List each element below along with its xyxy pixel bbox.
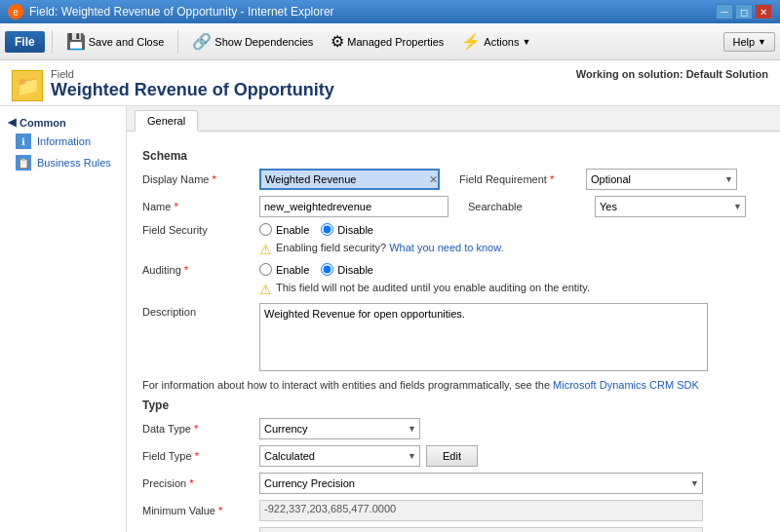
schema-header: Schema [142,149,764,163]
tab-general[interactable]: General [135,110,198,132]
page-subtitle: Field [51,68,334,80]
toolbar-separator [52,30,53,54]
searchable-label: Searchable [468,201,595,212]
auditing-radio-group: Enable Disable [259,263,373,276]
description-textarea[interactable]: Weighted Revenue for open opportunities. [259,303,708,371]
req-marker-7: * [189,477,193,489]
field-type-select[interactable]: Calculated [259,445,420,467]
help-label: Help [732,36,755,48]
auditing-enable-option[interactable]: Enable [259,263,309,276]
tab-container: General Schema Display Name * ✕ [127,106,780,532]
minimum-value-label: Minimum Value * [142,505,259,516]
auditing-label: Auditing * [142,264,259,276]
field-requirement-select-wrapper: Optional [586,169,737,190]
auditing-row: Auditing * Enable Disable [142,263,764,276]
save-icon: 💾 [66,32,86,51]
save-and-close-button[interactable]: 💾 Save and Close [59,28,172,55]
folder-icon: 📁 [12,70,43,101]
window-controls[interactable]: ─ ◻ ✕ [716,4,772,19]
info-text: For information about how to interact wi… [142,379,699,391]
sidebar-item-information[interactable]: ℹ Information [0,131,126,152]
form-content: Schema Display Name * ✕ Field Requiremen… [127,132,780,532]
save-and-close-label: Save and Close [89,36,165,48]
field-security-label: Field Security [142,224,259,236]
display-name-clear-button[interactable]: ✕ [429,173,438,186]
req-marker-2: * [550,173,554,185]
data-type-row: Data Type * Currency [142,418,764,439]
show-dependencies-button[interactable]: 🔗 Show Dependencies [185,28,320,55]
field-security-disable-radio[interactable] [321,223,333,236]
dependencies-icon: 🔗 [192,32,212,51]
data-type-select-wrapper: Currency [259,418,420,439]
disable-label: Disable [337,224,373,236]
file-button[interactable]: File [5,31,45,53]
common-label: Common [20,117,66,129]
toolbar: File 💾 Save and Close 🔗 Show Dependencie… [0,23,780,60]
req-marker-3: * [174,201,177,212]
info-row: For information about how to interact wi… [142,379,764,391]
business-rules-label: Business Rules [37,157,111,169]
precision-row: Precision * Currency Precision [142,473,764,494]
field-security-disable-option[interactable]: Disable [321,223,373,236]
sdk-link[interactable]: Microsoft Dynamics CRM SDK [553,379,699,391]
data-type-select[interactable]: Currency [259,418,420,439]
close-button[interactable]: ✕ [755,4,772,19]
sidebar: ◀ Common ℹ Information 📋 Business Rules [0,106,127,532]
main-container: 📁 Field Weighted Revenue of Opportunity … [0,60,780,532]
field-requirement-select[interactable]: Optional [586,169,737,190]
display-name-input[interactable] [259,169,440,190]
enable-label: Enable [276,224,309,236]
field-security-enable-radio[interactable] [259,223,272,236]
page-title: Weighted Revenue of Opportunity [51,80,334,100]
information-icon: ℹ [16,133,31,149]
actions-dropdown-icon: ▼ [522,37,530,47]
field-security-row: Field Security Enable Disable [142,223,764,236]
name-input[interactable] [259,196,448,217]
field-security-link[interactable]: What you need to know. [389,242,503,253]
required-marker: * [213,173,216,185]
auditing-disable-radio[interactable] [321,263,333,276]
show-dependencies-label: Show Dependencies [214,36,313,48]
help-dropdown-icon: ▼ [758,37,766,47]
auditing-disable-option[interactable]: Disable [321,263,373,276]
warning-icon-1: ⚠ [259,242,272,257]
precision-label: Precision * [142,477,259,489]
precision-select[interactable]: Currency Precision [259,473,703,494]
tabs-bar: General [127,106,780,132]
collapse-icon: ◀ [8,116,16,129]
actions-label: Actions [484,36,519,48]
field-security-enable-option[interactable]: Enable [259,223,309,236]
field-security-warning: ⚠ Enabling field security? What you need… [142,242,764,257]
information-label: Information [37,135,91,147]
sidebar-item-business-rules[interactable]: 📋 Business Rules [0,152,126,173]
window-title: Field: Weighted Revenue of Opportunity -… [29,5,334,19]
maximum-value-row: Maximum Value * 922,337,203,685,477.0000 [142,527,764,532]
auditing-enable-radio[interactable] [259,263,272,276]
req-marker-4: * [184,264,188,276]
ie-icon: e [8,4,23,19]
minimize-button[interactable]: ─ [716,4,733,19]
searchable-select[interactable]: Yes [595,196,746,217]
restore-button[interactable]: ◻ [735,4,753,19]
type-header: Type [142,399,764,412]
auditing-enable-label: Enable [276,264,309,276]
req-marker-5: * [194,423,198,435]
searchable-select-wrapper: Yes [595,196,746,217]
minimum-value-row: Minimum Value * -922,337,203,685,477.000… [142,500,764,521]
business-rules-icon: 📋 [16,155,31,171]
field-requirement-label: Field Requirement * [459,173,586,185]
data-type-label: Data Type * [142,423,259,435]
auditing-disable-label: Disable [337,264,373,276]
actions-icon: ⚡ [461,32,481,51]
actions-button[interactable]: ⚡ Actions ▼ [454,28,537,55]
description-label: Description [142,303,259,318]
name-row: Name * Searchable Yes [142,196,764,217]
display-name-row: Display Name * ✕ Field Requirement * [142,169,764,190]
field-security-radio-group: Enable Disable [259,223,373,236]
help-button[interactable]: Help ▼ [723,32,775,52]
auditing-warning: ⚠ This field will not be audited until y… [142,282,764,297]
req-marker-8: * [218,505,222,516]
page-header: 📁 Field Weighted Revenue of Opportunity … [0,60,780,106]
managed-properties-button[interactable]: ⚙ Managed Properties [324,28,450,55]
edit-button[interactable]: Edit [426,445,478,467]
